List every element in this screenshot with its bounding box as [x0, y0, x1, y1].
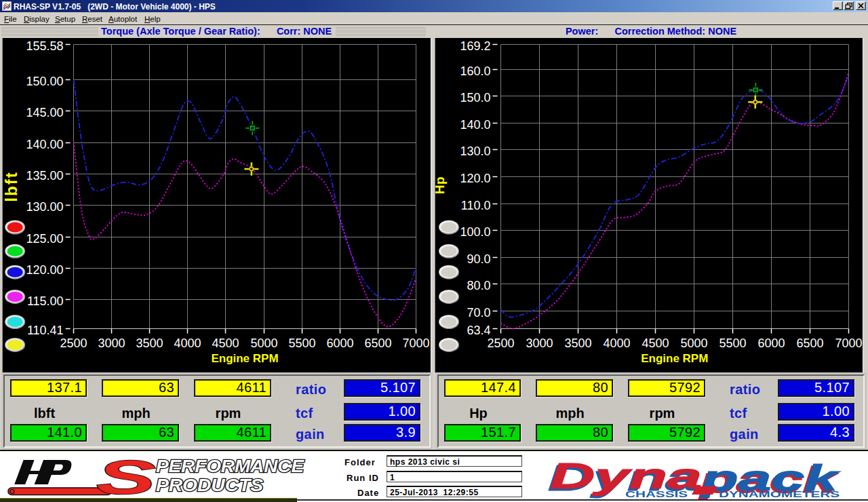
- svg-text:90.0: 90.0: [467, 252, 490, 266]
- svg-text:Engine RPM: Engine RPM: [211, 352, 278, 365]
- svg-text:5000: 5000: [680, 336, 707, 350]
- svg-text:120.00: 120.00: [26, 263, 64, 277]
- svg-text:lbft: lbft: [2, 171, 20, 201]
- svg-text:140.00: 140.00: [26, 138, 64, 151]
- svg-text:3000: 3000: [526, 336, 553, 350]
- svg-text:135.00: 135.00: [26, 169, 64, 182]
- svg-text:5000: 5000: [250, 336, 277, 350]
- svg-text:130.00: 130.00: [26, 200, 64, 214]
- svg-text:63.4: 63.4: [467, 324, 490, 337]
- svg-text:4000: 4000: [603, 336, 630, 350]
- svg-text:80.0: 80.0: [467, 279, 490, 292]
- svg-text:PRODUCTS: PRODUCTS: [156, 476, 263, 495]
- svg-text:6000: 6000: [326, 336, 353, 350]
- svg-text:7000: 7000: [835, 336, 862, 350]
- svg-text:140.0: 140.0: [460, 118, 490, 132]
- svg-text:3000: 3000: [98, 336, 125, 350]
- svg-text:125.00: 125.00: [26, 232, 64, 246]
- svg-text:70.0: 70.0: [467, 306, 490, 320]
- svg-text:100.0: 100.0: [460, 225, 490, 239]
- svg-text:4500: 4500: [642, 336, 669, 350]
- svg-text:3500: 3500: [136, 336, 163, 350]
- svg-text:CHASSIS: CHASSIS: [625, 490, 688, 499]
- svg-text:6500: 6500: [364, 336, 391, 350]
- svg-text:DYNAMOMETERS: DYNAMOMETERS: [719, 490, 840, 499]
- svg-text:5500: 5500: [719, 336, 746, 350]
- svg-text:169.2: 169.2: [460, 39, 490, 53]
- svg-text:150.0: 150.0: [460, 91, 490, 104]
- svg-text:155.58: 155.58: [26, 39, 64, 53]
- svg-text:2500: 2500: [487, 336, 514, 350]
- svg-text:4000: 4000: [174, 336, 201, 350]
- svg-text:150.00: 150.00: [26, 75, 64, 88]
- svg-text:PERFORMANCE: PERFORMANCE: [156, 457, 304, 476]
- svg-text:7000: 7000: [402, 336, 429, 350]
- svg-text:120.0: 120.0: [460, 172, 490, 185]
- svg-text:6000: 6000: [757, 336, 785, 350]
- svg-text:Engine RPM: Engine RPM: [641, 352, 708, 365]
- svg-text:6500: 6500: [796, 336, 823, 350]
- svg-text:115.00: 115.00: [27, 294, 64, 308]
- svg-text:2500: 2500: [60, 336, 87, 350]
- svg-text:145.00: 145.00: [26, 106, 64, 119]
- svg-text:S: S: [96, 455, 156, 501]
- svg-text:130.0: 130.0: [460, 144, 490, 158]
- svg-text:3500: 3500: [564, 336, 591, 350]
- svg-text:4500: 4500: [212, 336, 239, 350]
- svg-text:160.0: 160.0: [460, 64, 490, 78]
- svg-text:110.0: 110.0: [461, 199, 491, 212]
- svg-text:Hp: Hp: [434, 176, 447, 194]
- svg-text:5500: 5500: [288, 336, 315, 350]
- svg-text:110.41: 110.41: [27, 324, 64, 337]
